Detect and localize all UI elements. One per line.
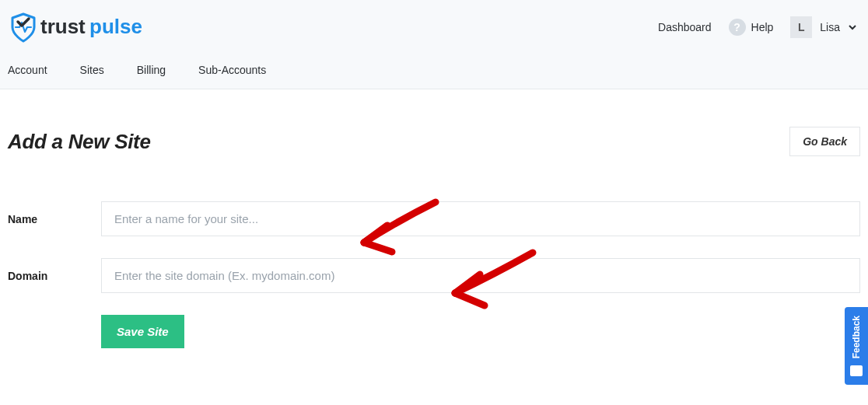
form-row-name: Name	[8, 201, 860, 236]
tab-billing[interactable]: Billing	[137, 64, 166, 76]
page-title: Add a New Site	[8, 130, 151, 154]
name-label: Name	[8, 213, 101, 225]
feedback-label: Feedback	[851, 316, 862, 358]
help-icon: ?	[729, 19, 746, 36]
top-right: Dashboard ? Help L Lisa	[658, 16, 857, 38]
name-input[interactable]	[101, 201, 860, 236]
user-menu[interactable]: L Lisa	[790, 16, 857, 38]
go-back-button[interactable]: Go Back	[789, 127, 860, 156]
page-head: Add a New Site Go Back	[8, 127, 860, 156]
chat-icon	[850, 365, 863, 376]
logo-text-trust: trust	[40, 15, 86, 38]
logo-text-pulse: pulse	[89, 15, 142, 38]
content: Add a New Site Go Back Name Domain Save …	[0, 89, 868, 348]
tabs: Account Sites Billing Sub-Accounts	[0, 54, 868, 89]
topbar-row: trust pulse Dashboard ? Help L Lisa	[0, 0, 868, 54]
domain-input[interactable]	[101, 258, 860, 293]
dashboard-link[interactable]: Dashboard	[658, 21, 712, 33]
form: Name Domain Save Site	[8, 201, 860, 348]
tab-sub-accounts[interactable]: Sub-Accounts	[198, 64, 266, 76]
help-link[interactable]: ? Help	[729, 19, 774, 36]
topbar: trust pulse Dashboard ? Help L Lisa Acco…	[0, 0, 868, 89]
logo[interactable]: trust pulse	[8, 10, 658, 44]
avatar: L	[790, 16, 812, 38]
actions: Save Site	[101, 315, 860, 348]
feedback-tab[interactable]: Feedback	[845, 307, 868, 385]
user-name: Lisa	[820, 21, 840, 33]
tab-account[interactable]: Account	[8, 64, 47, 76]
domain-label: Domain	[8, 270, 101, 282]
trustpulse-logo-icon: trust pulse	[8, 10, 156, 44]
form-row-domain: Domain	[8, 258, 860, 293]
save-site-button[interactable]: Save Site	[101, 315, 184, 348]
tab-sites[interactable]: Sites	[80, 64, 104, 76]
help-label: Help	[751, 21, 774, 33]
chevron-down-icon	[848, 23, 857, 32]
